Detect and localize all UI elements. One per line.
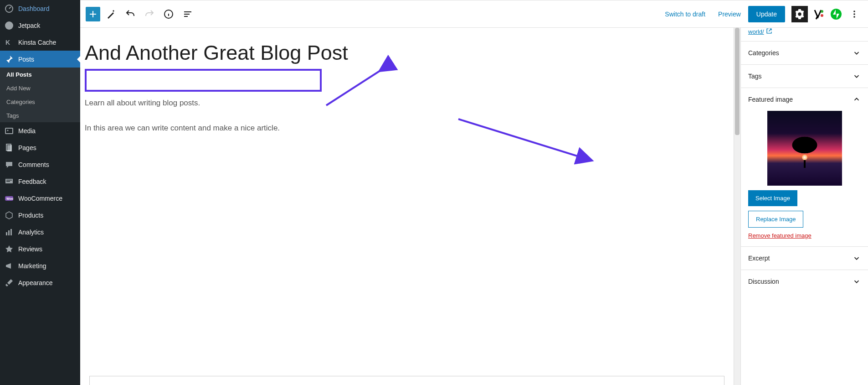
panel-title: Discussion	[748, 278, 779, 285]
sidebar-item-dashboard[interactable]: Dashboard	[0, 0, 80, 17]
post-title[interactable]: And Another Great Blog Post	[85, 32, 559, 67]
switch-to-draft-link[interactable]: Switch to draft	[659, 8, 711, 21]
sidebar-item-appearance[interactable]: Appearance	[0, 274, 80, 291]
settings-button[interactable]	[791, 6, 808, 22]
undo-button[interactable]	[122, 6, 139, 22]
sidebar-item-label: Analytics	[18, 229, 44, 236]
tools-button[interactable]	[103, 6, 119, 22]
feedback-icon	[5, 177, 14, 186]
sidebar-item-products[interactable]: Products	[0, 207, 80, 224]
meta-box-strip	[89, 376, 724, 385]
sidebar-item-label: Dashboard	[18, 5, 50, 12]
panel-title: Excerpt	[748, 255, 770, 262]
select-image-button[interactable]: Select Image	[748, 190, 797, 206]
svg-rect-6	[7, 145, 12, 151]
chevron-down-icon	[853, 254, 861, 262]
svg-point-16	[821, 10, 823, 13]
svg-point-18	[831, 9, 842, 20]
sidebar-item-comments[interactable]: Comments	[0, 156, 80, 173]
sidebar-item-label: Media	[18, 127, 36, 135]
editor-canvas[interactable]: And Another Great Blog Post Learn all ab…	[80, 28, 734, 385]
woocommerce-icon: Woo	[5, 194, 14, 203]
sidebar-item-label: Pages	[18, 144, 36, 151]
post-paragraph[interactable]: Learn all about writing blog posts.	[85, 94, 559, 112]
sidebar-item-reviews[interactable]: Reviews	[0, 240, 80, 257]
sidebar-subitem-tags[interactable]: Tags	[0, 109, 80, 122]
sidebar-item-kinsta[interactable]: K Kinsta Cache	[0, 34, 80, 51]
sidebar-item-analytics[interactable]: Analytics	[0, 224, 80, 240]
sidebar-item-posts[interactable]: Posts	[0, 51, 80, 68]
panel-featured-image[interactable]: Featured image	[741, 88, 868, 111]
preview-link[interactable]: Preview	[713, 8, 746, 21]
star-icon	[5, 245, 14, 254]
panel-excerpt[interactable]: Excerpt	[741, 247, 868, 270]
jetpack-button[interactable]	[828, 6, 844, 22]
dashboard-icon	[5, 4, 14, 13]
brush-icon	[5, 278, 14, 287]
panel-categories[interactable]: Categories	[741, 42, 868, 64]
panel-tags[interactable]: Tags	[741, 65, 868, 88]
more-options-button[interactable]	[846, 6, 863, 22]
replace-image-button[interactable]: Replace Image	[748, 211, 803, 228]
panel-title: Categories	[748, 49, 779, 57]
kinsta-icon: K	[5, 38, 14, 47]
media-icon	[5, 126, 14, 135]
sidebar-item-feedback[interactable]: Feedback	[0, 173, 80, 190]
sidebar-item-woocommerce[interactable]: Woo WooCommerce	[0, 190, 80, 207]
featured-image-thumbnail[interactable]	[767, 111, 842, 186]
svg-rect-14	[10, 229, 12, 235]
canvas-scrollbar[interactable]	[734, 28, 740, 385]
permalink-text: world/	[748, 28, 764, 35]
update-button[interactable]: Update	[748, 6, 785, 22]
panel-discussion[interactable]: Discussion	[741, 270, 868, 293]
jetpack-icon	[5, 21, 14, 30]
chevron-down-icon	[853, 49, 861, 57]
svg-rect-9	[6, 181, 10, 182]
panel-title: Featured image	[748, 96, 793, 103]
svg-rect-12	[6, 232, 7, 235]
sidebar-item-jetpack[interactable]: Jetpack	[0, 17, 80, 34]
sidebar-item-label: Jetpack	[18, 22, 40, 29]
svg-text:K: K	[5, 39, 10, 46]
post-paragraph[interactable]: In this area we can write content and ma…	[85, 120, 559, 137]
comments-icon	[5, 160, 14, 169]
svg-text:Woo: Woo	[6, 197, 13, 200]
featured-image-body: Select Image Replace Image Remove featur…	[741, 111, 868, 246]
sidebar-item-label: Reviews	[18, 245, 42, 253]
annotation-highlight-box	[85, 69, 322, 92]
sidebar-item-label: Feedback	[18, 178, 46, 185]
chevron-down-icon	[853, 72, 861, 80]
analytics-icon	[5, 228, 14, 237]
sidebar-subitem-add-new[interactable]: Add New	[0, 81, 80, 95]
products-icon	[5, 211, 14, 220]
permalink-row[interactable]: world/	[741, 28, 868, 41]
svg-point-20	[853, 13, 855, 15]
outline-button[interactable]	[180, 6, 196, 22]
chevron-down-icon	[853, 277, 861, 286]
sidebar-item-marketing[interactable]: Marketing	[0, 257, 80, 274]
sidebar-submenu-posts: All Posts Add New Categories Tags	[0, 68, 80, 122]
info-button[interactable]	[160, 6, 177, 22]
sidebar-item-pages[interactable]: Pages	[0, 139, 80, 156]
editor-topbar: Switch to draft Preview Update	[80, 0, 868, 28]
redo-button[interactable]	[141, 6, 158, 22]
svg-point-21	[853, 16, 855, 18]
sidebar-item-label: Products	[18, 212, 43, 219]
sidebar-subitem-categories[interactable]: Categories	[0, 95, 80, 109]
sidebar-item-label: WooCommerce	[18, 195, 62, 202]
add-block-button[interactable]	[86, 7, 100, 21]
sidebar-item-media[interactable]: Media	[0, 122, 80, 139]
chevron-up-icon	[853, 95, 861, 104]
sidebar-item-label: Comments	[18, 161, 49, 168]
svg-point-1	[5, 21, 13, 30]
yoast-button[interactable]	[810, 6, 826, 22]
pages-icon	[5, 143, 14, 152]
sidebar-item-label: Kinsta Cache	[18, 39, 56, 46]
remove-featured-image-link[interactable]: Remove featured image	[748, 232, 812, 239]
sidebar-subitem-all-posts[interactable]: All Posts	[0, 68, 80, 81]
svg-rect-3	[5, 128, 13, 134]
admin-sidebar: Dashboard Jetpack K Kinsta Cache Posts A…	[0, 0, 80, 385]
editor-main: Switch to draft Preview Update And Anoth…	[80, 0, 868, 385]
svg-point-19	[853, 10, 855, 12]
sidebar-item-label: Posts	[18, 56, 34, 63]
